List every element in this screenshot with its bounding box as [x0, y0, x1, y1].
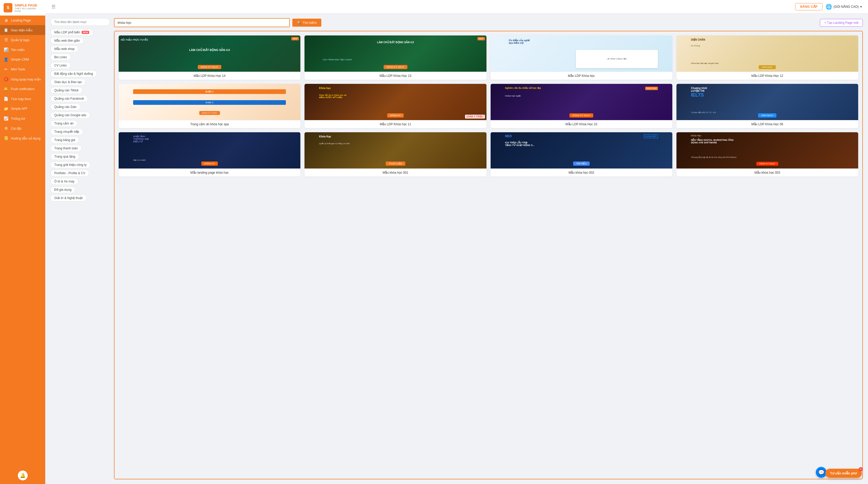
sidebar-item-cai-dat[interactable]: ⚙ Cài đặt [0, 123, 45, 133]
sidebar-item-label: Tên miền [11, 48, 25, 52]
template-card-4[interactable]: DIỆN CHÂN An Khang Khóa học đào tạo chuy… [677, 35, 858, 80]
sidebar-item-label: Vòng quay may mắn [11, 77, 41, 81]
template-card-8[interactable]: Chương trìnhLUYỆN THIIELTS Tự bào đảo IE… [677, 84, 858, 128]
template-card-9[interactable]: NHẬP ẢNHTHƯƠNG MẠIĐIỆN TỬ Bạn có muốn ĐĂ… [119, 132, 300, 176]
card-thumbnail-1: HỘI THẢO TRỰC TUYẾN LÀM CHỦ BẤT ĐỘNG SẢN… [119, 35, 300, 72]
category-label: Giáo dục & Đào tạo [54, 80, 82, 84]
template-card-6[interactable]: Khóa học Phục hồi da & Chăm sóc daBẰNG D… [305, 84, 486, 128]
category-label: Giải trí & Nghệ thuật [54, 196, 83, 200]
template-card-7[interactable]: Nghiên cứu đa chiều về học tập Online tr… [491, 84, 672, 128]
sidebar-item-quan-ly-tags[interactable]: ☰ Quản lý tags [0, 35, 45, 45]
sidebar-item-label: Landing Page [11, 19, 31, 22]
sidebar-item-landing-page[interactable]: 🖥 Landing Page [0, 16, 45, 25]
search-input[interactable] [115, 19, 289, 27]
sidebar-item-vong-quay[interactable]: ⭕ Vòng quay may mắn [0, 74, 45, 84]
card-label-5: Trang cảm ơn khóa học spa [119, 120, 300, 128]
category-tag-giao-duc[interactable]: Giáo dục & Đào tạo [51, 79, 86, 85]
sidebar-item-mini-tools[interactable]: ✏ Mini Tools [0, 64, 45, 74]
card-label-6: Mẫu LDP Khóa học 11 [305, 120, 486, 128]
category-tag-mau-web-don-gian[interactable]: Mẫu web đơn giản [51, 37, 84, 44]
sidebar-item-tich-hop-form[interactable]: 📄 Tích hợp form [0, 94, 45, 104]
sidebar: S SIMPLE PAGE THIET KE LANDING PAGE 🖥 La… [0, 0, 45, 484]
template-card-3[interactable]: Ưu điểm của nghềSpa thẩm mỹ LỘ TRÌNH THĂ… [491, 35, 672, 80]
category-tag-quang-cao-google[interactable]: Quảng cáo Google ads [51, 112, 90, 118]
language-selector[interactable]: 🌐 (GÓI NÂNG CAO) ▾ [826, 4, 862, 10]
aff-icon: 📁 [4, 106, 8, 111]
template-card-5[interactable]: Bước 1 Bước 2 ĐĂNG KÝ NGAY Trang cảm ơn … [119, 84, 300, 128]
search-input-wrapper [114, 18, 290, 27]
sidebar-logo: S SIMPLE PAGE THIET KE LANDING PAGE [0, 0, 45, 16]
category-tag-trang-thanh-toan[interactable]: Trang thanh toán [51, 145, 82, 152]
sidebar-item-giao-dien-mau[interactable]: 📋 Giao diện mẫu [0, 25, 45, 35]
brand-name: SIMPLE PAGE [14, 3, 42, 7]
card-label-10: Mẫu khóa học 001 [305, 169, 486, 176]
category-list: Mẫu LDP phổ biến NEW Mẫu web đơn giản Mẫ… [51, 29, 110, 202]
category-tag-mau-web-shop[interactable]: Mẫu web shop [51, 46, 78, 52]
category-tag-quang-cao-tiktok[interactable]: Quảng cáo Tiktok [51, 87, 83, 94]
sidebar-item-huong-dan[interactable]: 📒 Hướng dẫn sử dụng [0, 133, 45, 143]
card-label-12: Mẫu khóa học 003 [677, 169, 858, 176]
category-tag-bat-dong-san[interactable]: Bất động sản & Nghỉ dưỡng [51, 70, 97, 77]
tags-icon: ☰ [4, 37, 8, 42]
sidebar-item-label: Tích hợp form [11, 97, 31, 101]
sidebar-item-ten-mien[interactable]: 📊 Tên miền [0, 45, 45, 55]
category-label: Trang cảm ơn [54, 122, 73, 125]
category-label: Trang quà tặng [54, 155, 75, 159]
category-tag-trang-gioi-thieu[interactable]: Trang giới thiệu công ty [51, 162, 90, 168]
category-tag-portfolio[interactable]: Portfolio - Profile & CV [51, 170, 89, 176]
category-search-input[interactable] [51, 18, 110, 26]
huong-dan-icon: 📒 [4, 136, 8, 141]
category-tag-trang-bang-gia[interactable]: Trang bảng giá [51, 137, 79, 143]
sidebar-item-simple-crm[interactable]: 👤 Simple CRM [0, 55, 45, 64]
sidebar-item-thong-ke[interactable]: 📈 Thống Kê [0, 114, 45, 123]
upgrade-button[interactable]: NÂNG CẤP [795, 3, 822, 10]
card-thumbnail-12: Khóa Học NỀN TẢNG DIGITAL MARKETING ỨNGD… [677, 132, 858, 169]
category-label: Quảng cáo Facebook [54, 97, 84, 101]
sidebar-item-label: Quản lý tags [11, 38, 29, 42]
chat-widget[interactable]: ✕ Tư vấn miễn phí! [825, 469, 862, 478]
category-panel: Mẫu LDP phổ biến NEW Mẫu web đơn giản Mẫ… [51, 18, 110, 479]
category-label: Trang chuyển tiếp [54, 130, 79, 134]
search-button[interactable]: 🔍 Tìm kiếm [292, 19, 321, 27]
sidebar-item-label: Push notification [11, 87, 35, 91]
tools-icon: ✏ [4, 67, 8, 72]
template-card-1[interactable]: HỘI THẢO TRỰC TUYẾN LÀM CHỦ BẤT ĐỘNG SẢN… [119, 35, 300, 80]
chat-widget-label: Tư vấn miễn phí! [830, 471, 857, 475]
category-tag-do-gia-dung[interactable]: Đồ gia dụng [51, 187, 75, 193]
card-label-8: Mẫu LDP Khóa Học 06 [677, 120, 858, 128]
category-tag-cv-links[interactable]: CV Links [51, 62, 70, 69]
thong-ke-icon: 📈 [4, 116, 8, 121]
form-icon: 📄 [4, 96, 8, 101]
category-tag-trang-qua-tang[interactable]: Trang quà tặng [51, 153, 79, 160]
category-tag-mau-ldp-pho-bien[interactable]: Mẫu LDP phổ biến NEW [51, 29, 93, 36]
category-tag-trang-chuyen-tiep[interactable]: Trang chuyển tiếp [51, 129, 83, 135]
category-tag-o-to[interactable]: Ô tô & Xe máy [51, 178, 78, 185]
sidebar-item-label: Simple CRM [11, 58, 29, 61]
template-card-12[interactable]: Khóa Học NỀN TẢNG DIGITAL MARKETING ỨNGD… [677, 132, 858, 176]
chat-widget-close-icon[interactable]: ✕ [859, 467, 863, 471]
results-grid: HỘI THẢO TRỰC TUYẾN LÀM CHỦ BẤT ĐỘNG SẢN… [119, 35, 858, 176]
category-tag-giai-tri[interactable]: Giải trí & Nghệ thuật [51, 195, 87, 201]
push-icon: 🔔 [4, 87, 8, 91]
category-tag-trang-cam-on[interactable]: Trang cảm ơn [51, 120, 77, 127]
notification-bell[interactable]: 🔔 [18, 471, 28, 480]
create-landing-page-button[interactable]: + Tạo Landing Page mới [820, 19, 863, 27]
category-label: Trang bảng giá [54, 138, 75, 142]
globe-icon: 🌐 [826, 4, 832, 10]
sidebar-item-simple-aff[interactable]: 📁 Simple AFF [0, 104, 45, 114]
card-thumbnail-10: Khóa Học Quản lý thời gian & Sống ca mãn… [305, 132, 486, 169]
category-label: CV Links [54, 64, 67, 67]
template-card-11[interactable]: NEO ICO TRÊN LỀU TRẠITẶNG TỬ HOẠT ĐỘNG S… [491, 132, 672, 176]
category-tag-quang-cao-facebook[interactable]: Quảng cáo Facebook [51, 95, 88, 102]
category-tag-quang-cao-zalo[interactable]: Quảng cáo Zalo [51, 104, 81, 110]
results-grid-container: HỘI THẢO TRỰC TUYẾN LÀM CHỦ BẤT ĐỘNG SẢN… [114, 31, 863, 479]
category-label: Quảng cáo Google ads [54, 113, 86, 117]
category-label: Đồ gia dụng [54, 188, 71, 192]
sidebar-item-push-notification[interactable]: 🔔 Push notification [0, 84, 45, 94]
category-tag-bio-links[interactable]: Bio Links [51, 54, 71, 61]
template-card-2[interactable]: LÀM CHỦ BẤT ĐỘNG SẢN 4.0 LỊCH TRÌNH ĐÀO … [305, 35, 486, 80]
template-card-10[interactable]: Khóa Học Quản lý thời gian & Sống ca mãn… [305, 132, 486, 176]
cai-dat-icon: ⚙ [4, 126, 8, 131]
menu-toggle-icon[interactable]: ☰ [52, 4, 56, 9]
chat-support-icon[interactable]: 💬 [816, 467, 827, 478]
